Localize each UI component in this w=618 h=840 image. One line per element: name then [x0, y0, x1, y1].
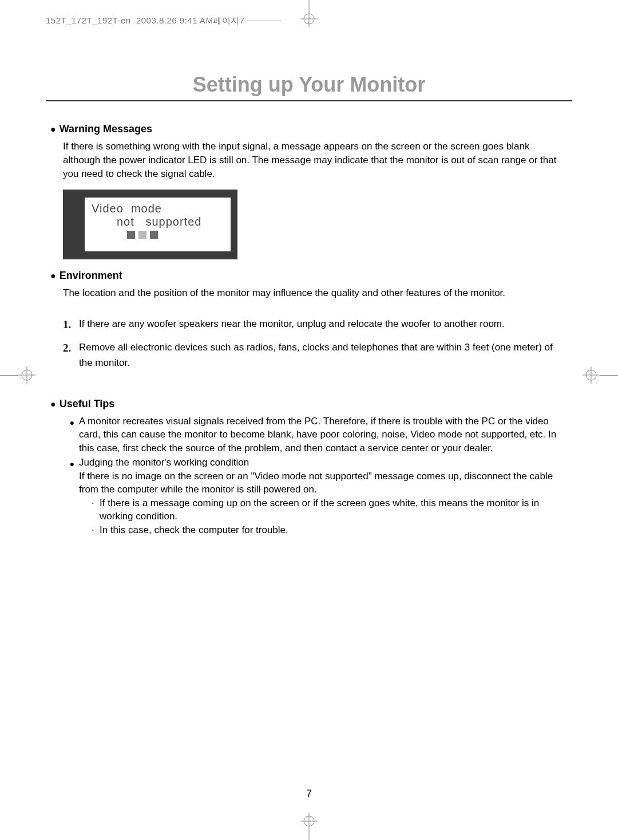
item-number: 2.: [63, 340, 79, 370]
indicator-square: [138, 231, 146, 239]
section-heading-tips: Useful Tips: [50, 398, 568, 410]
indicator-row: [127, 231, 226, 239]
bullet-icon: •: [70, 458, 79, 539]
file-header-text: 152T_172T_192T-en 2003.8.26 9:41 AM페이지7: [46, 15, 245, 26]
judging-head: Judging the monitor's working condition: [79, 457, 249, 468]
print-header: 152T_172T_192T-en 2003.8.26 9:41 AM페이지7: [46, 14, 572, 27]
tip-item: • A monitor recreates visual signals rec…: [70, 415, 568, 455]
page-number: 7: [0, 788, 618, 800]
section-heading-environment: Environment: [50, 270, 568, 282]
header-rule: [247, 21, 282, 21]
monitor-message-illustration: Video mode not supported: [63, 190, 237, 259]
item-number: 1.: [63, 316, 79, 333]
item-text: If there are any woofer speakers near th…: [79, 316, 568, 333]
sub-text: If there is a message coming up on the s…: [100, 496, 568, 523]
judging-body: If there is no image on the screen or an…: [79, 471, 553, 495]
page: 152T_172T_192T-en 2003.8.26 9:41 AM페이지7 …: [0, 0, 618, 840]
sub-text: In this case, check the computer for tro…: [100, 523, 288, 537]
page-title: Setting up Your Monitor: [46, 73, 572, 97]
monitor-screen: Video mode not supported: [85, 198, 231, 251]
monitor-msg-line2: not supported: [117, 215, 226, 228]
item-text: Remove all electronic devices such as ra…: [79, 340, 568, 370]
sub-item: · In this case, check the computer for t…: [92, 523, 568, 537]
monitor-msg-line1: Video mode: [92, 202, 226, 215]
section-heading-warning: Warning Messages: [50, 123, 568, 135]
content: Warning Messages If there is something w…: [46, 123, 572, 537]
sub-bullet-icon: ·: [92, 496, 100, 523]
tip-item: • Judging the monitor's working conditio…: [70, 456, 568, 537]
tip-judging: Judging the monitor's working condition …: [79, 456, 568, 537]
title-section: Setting up Your Monitor: [46, 73, 572, 101]
indicator-square: [127, 231, 135, 239]
bullet-icon: •: [70, 417, 79, 457]
numbered-item: 1. If there are any woofer speakers near…: [63, 316, 568, 333]
environment-body: The location and the position of the mon…: [63, 286, 568, 300]
numbered-item: 2. Remove all electronic devices such as…: [63, 340, 568, 370]
warning-body: If there is something wrong with the inp…: [63, 140, 568, 180]
indicator-square: [150, 231, 158, 239]
tip-text: A monitor recreates visual signals recei…: [79, 415, 568, 455]
sub-item: · If there is a message coming up on the…: [92, 496, 568, 523]
sub-bullet-icon: ·: [92, 523, 100, 537]
